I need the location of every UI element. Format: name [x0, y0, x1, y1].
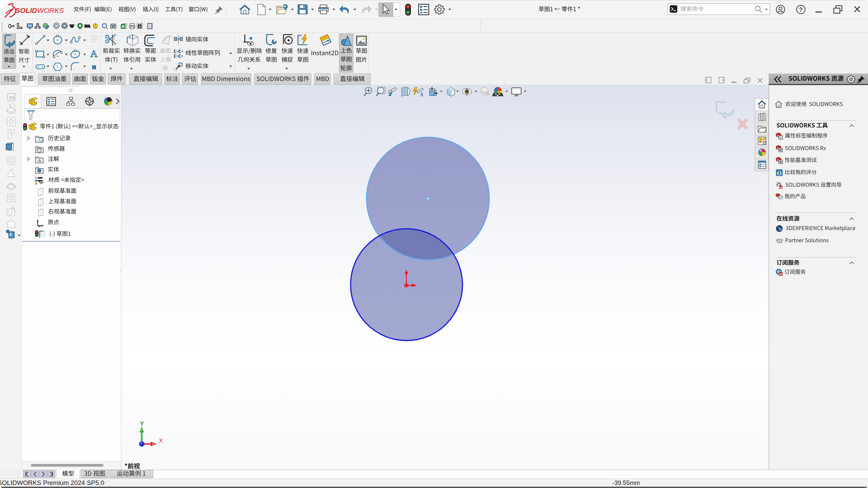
svg-text:≡: ≡: [780, 136, 782, 139]
svg-text:A: A: [38, 158, 41, 163]
svg-text:SW: SW: [779, 186, 783, 188]
svg-text:A: A: [90, 48, 98, 59]
svg-text:SW: SW: [779, 273, 783, 275]
svg-text:R: R: [780, 148, 782, 152]
svg-text:×: ×: [73, 68, 75, 71]
svg-text:A: A: [139, 25, 141, 28]
svg-text:A: A: [419, 92, 423, 97]
svg-text:?: ?: [149, 25, 151, 28]
svg-text:Y: Y: [140, 421, 144, 427]
svg-text:X: X: [159, 438, 163, 444]
svg-text:R: R: [780, 160, 782, 164]
svg-text:3D: 3D: [9, 95, 15, 100]
svg-text:?: ?: [799, 6, 803, 13]
